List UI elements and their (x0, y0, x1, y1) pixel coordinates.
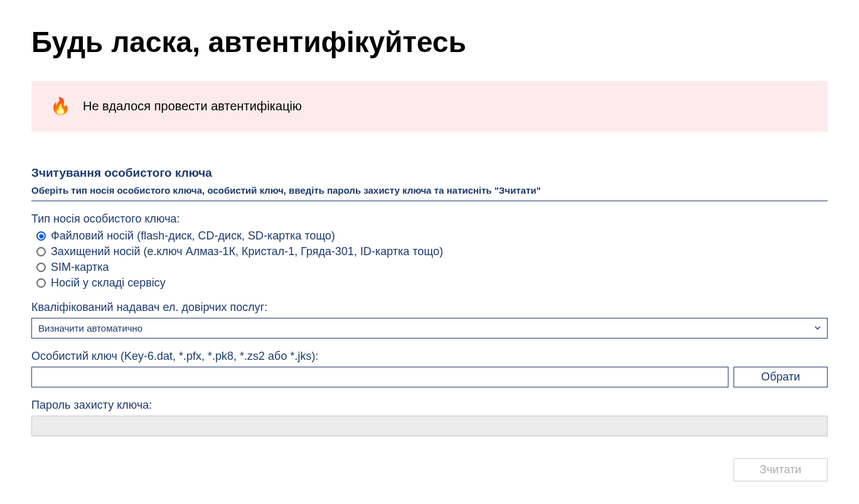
provider-select-wrapper[interactable]: Визначити автоматично (31, 318, 828, 339)
radio-row-file[interactable]: Файловий носій (flash-диск, CD-диск, SD-… (31, 229, 828, 243)
page-title: Будь ласка, автентифікуйтесь (31, 25, 828, 59)
radio-sim-card-label[interactable]: SIM-картка (51, 261, 109, 274)
error-message: Не вдалося провести автентифікацію (83, 99, 302, 113)
radio-service-media-label[interactable]: Носій у складі сервісу (51, 276, 166, 290)
read-button[interactable]: Зчитати (734, 458, 828, 481)
radio-row-service[interactable]: Носій у складі сервісу (31, 276, 828, 290)
password-label: Пароль захисту ключа: (31, 399, 828, 412)
radio-secure-media[interactable] (36, 247, 46, 256)
key-type-radio-group: Файловий носій (flash-диск, CD-диск, SD-… (31, 229, 828, 290)
radio-service-media[interactable] (36, 278, 46, 288)
radio-file-media-label[interactable]: Файловий носій (flash-диск, CD-диск, SD-… (51, 229, 335, 243)
key-file-input[interactable] (31, 367, 728, 387)
radio-file-media[interactable] (36, 231, 46, 241)
section-title: Зчитування особистого ключа (31, 166, 828, 180)
section-subtitle: Оберіть тип носія особистого ключа, особ… (31, 185, 828, 201)
radio-row-secure[interactable]: Захищений носій (е.ключ Алмаз-1К, Криста… (31, 245, 828, 258)
fire-icon: 🔥 (50, 97, 70, 116)
key-type-label: Тип носія особистого ключа: (31, 213, 828, 226)
error-banner: 🔥 Не вдалося провести автентифікацію (31, 81, 828, 132)
provider-label: Кваліфікований надавач ел. довірчих посл… (31, 301, 828, 314)
radio-row-sim[interactable]: SIM-картка (31, 261, 828, 274)
choose-button[interactable]: Обрати (734, 367, 828, 387)
provider-select[interactable]: Визначити автоматично (31, 318, 828, 339)
password-input[interactable] (31, 416, 828, 436)
key-file-label: Особистий ключ (Key-6.dat, *.pfx, *.pk8,… (31, 350, 828, 363)
radio-secure-media-label[interactable]: Захищений носій (е.ключ Алмаз-1К, Криста… (51, 245, 443, 258)
radio-sim-card[interactable] (36, 263, 46, 272)
